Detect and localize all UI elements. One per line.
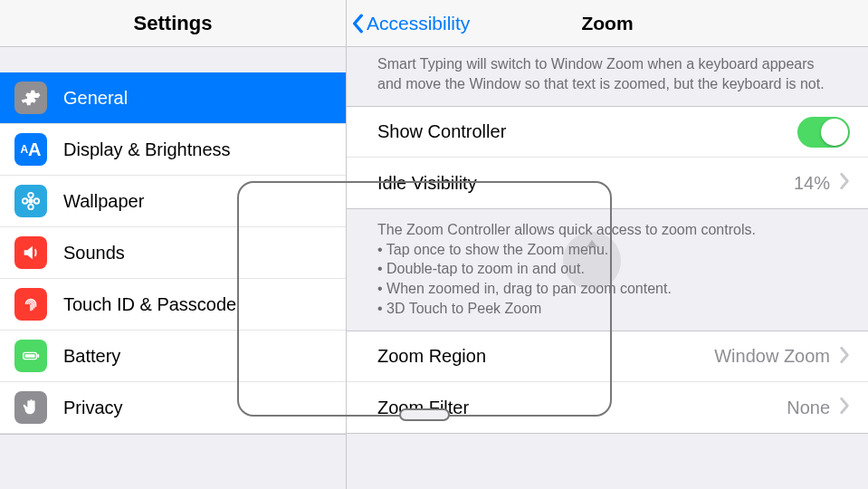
gear-icon [14, 82, 47, 114]
battery-icon [14, 340, 47, 372]
smart-typing-note: Smart Typing will switch to Window Zoom … [347, 47, 868, 106]
svg-point-0 [28, 198, 33, 204]
controller-note-bullet: • When zoomed in, drag to pan zoom conte… [377, 279, 837, 299]
chevron-right-icon [839, 172, 850, 194]
svg-point-3 [23, 198, 28, 204]
controller-note-bullet: • 3D Touch to Peek Zoom [377, 299, 837, 319]
cell-label: Zoom Filter [377, 398, 787, 418]
cell-label: Idle Visibility [377, 173, 794, 194]
group-zoom-options: Zoom Region Window Zoom Zoom Filter None [347, 331, 868, 434]
sidebar-spacer [0, 47, 346, 72]
flower-icon [14, 185, 47, 217]
cell-value: 14% [794, 173, 830, 194]
sidebar-item-label: Battery [63, 346, 120, 367]
sidebar-item-label: General [63, 88, 128, 109]
detail-navbar: Accessibility Zoom [347, 0, 868, 47]
hand-icon [14, 391, 47, 424]
controller-note-bullet: • Tap once to show the Zoom menu. [377, 240, 837, 260]
sidebar-item-label: Sounds [63, 243, 125, 264]
chevron-right-icon [839, 346, 850, 368]
cell-show-controller[interactable]: Show Controller [347, 107, 868, 158]
sidebar-item-touch-id[interactable]: Touch ID & Passcode [0, 279, 346, 331]
show-controller-toggle[interactable] [797, 117, 850, 148]
detail-pane: Accessibility Zoom Smart Typing will swi… [347, 0, 868, 489]
sidebar-item-label: Privacy [63, 398, 123, 418]
sidebar-title: Settings [0, 0, 346, 47]
sidebar-bottom-spacer [0, 434, 346, 470]
group-controller: Show Controller Idle Visibility 14% [347, 106, 868, 209]
sidebar-item-sounds[interactable]: Sounds [0, 227, 346, 279]
sidebar-item-label: Display & Brightness [63, 139, 231, 160]
svg-rect-6 [25, 354, 35, 358]
cell-value: Window Zoom [714, 346, 830, 367]
sidebar-item-privacy[interactable]: Privacy [0, 382, 346, 434]
sidebar-item-general[interactable]: General [0, 72, 346, 124]
cell-value: None [787, 398, 830, 418]
svg-point-1 [28, 193, 33, 198]
fingerprint-icon [14, 288, 47, 321]
back-button[interactable]: Accessibility [347, 11, 470, 36]
settings-sidebar: Settings General AA Display & Brightness… [0, 0, 347, 489]
svg-point-2 [28, 205, 33, 210]
sidebar-item-display-brightness[interactable]: AA Display & Brightness [0, 124, 346, 176]
chevron-left-icon [350, 11, 367, 36]
cell-label: Zoom Region [377, 346, 714, 367]
sidebar-item-wallpaper[interactable]: Wallpaper [0, 176, 346, 227]
controller-note-header: The Zoom Controller allows quick access … [377, 220, 837, 240]
cell-zoom-filter[interactable]: Zoom Filter None [347, 382, 868, 433]
chevron-right-icon [839, 397, 850, 418]
cell-zoom-region[interactable]: Zoom Region Window Zoom [347, 331, 868, 382]
cell-label: Show Controller [377, 121, 797, 142]
back-label: Accessibility [367, 13, 470, 34]
svg-rect-7 [37, 354, 39, 358]
text-size-icon: AA [14, 133, 47, 166]
sidebar-item-label: Touch ID & Passcode [63, 294, 236, 315]
svg-point-4 [34, 198, 39, 204]
controller-note: The Zoom Controller allows quick access … [347, 209, 868, 331]
cell-idle-visibility[interactable]: Idle Visibility 14% [347, 158, 868, 208]
detail-content[interactable]: Smart Typing will switch to Window Zoom … [347, 47, 868, 489]
sidebar-item-label: Wallpaper [63, 191, 144, 212]
speaker-icon [14, 236, 47, 269]
sidebar-item-battery[interactable]: Battery [0, 331, 346, 382]
controller-note-bullet: • Double-tap to zoom in and out. [377, 259, 837, 279]
sidebar-list: General AA Display & Brightness Wallpape… [0, 72, 346, 434]
